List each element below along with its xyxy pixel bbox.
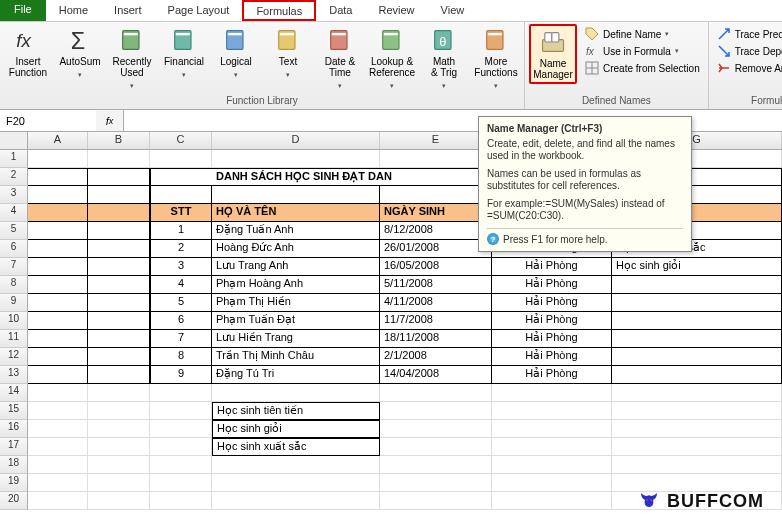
cell[interactable] [88,294,150,312]
remove-arrows-button[interactable]: Remove Arrows [713,60,782,76]
cell[interactable] [612,348,782,366]
col-header[interactable]: B [88,132,150,149]
trace-dependents-button[interactable]: Trace Dependents [713,43,782,59]
cell[interactable]: 2/1/2008 [380,348,492,366]
cell[interactable]: Phạm Hoàng Anh [212,276,380,294]
col-header[interactable]: D [212,132,380,149]
cell[interactable] [88,168,150,186]
cell[interactable] [150,384,212,402]
lookup-reference-button[interactable]: Lookup & Reference [368,24,416,93]
cell[interactable]: Hải Phòng [492,348,612,366]
cell[interactable] [88,150,150,168]
cell[interactable] [492,402,612,420]
cell[interactable] [380,150,492,168]
cell[interactable] [88,276,150,294]
col-header[interactable]: A [28,132,88,149]
cell[interactable] [28,384,88,402]
cell[interactable] [28,402,88,420]
cell[interactable]: Đặng Tuấn Anh [212,222,380,240]
cell[interactable] [28,330,88,348]
cell[interactable]: 14/04/2008 [380,366,492,384]
tab-formulas[interactable]: Formulas [242,0,316,21]
text-button[interactable]: Text [264,24,312,82]
cell[interactable] [28,492,88,510]
cell[interactable] [380,168,492,186]
row-header[interactable]: 13 [0,366,28,384]
cell[interactable] [28,420,88,438]
row-header[interactable]: 18 [0,456,28,474]
row-header[interactable]: 17 [0,438,28,456]
cell[interactable]: Hải Phòng [492,258,612,276]
row-header[interactable]: 19 [0,474,28,492]
cell[interactable] [150,402,212,420]
row-header[interactable]: 11 [0,330,28,348]
cell[interactable] [380,492,492,510]
cell[interactable]: Hải Phòng [492,294,612,312]
cell[interactable]: 18/11/2008 [380,330,492,348]
cell[interactable]: Trần Thị Minh Châu [212,348,380,366]
row-header[interactable]: 14 [0,384,28,402]
cell[interactable] [212,150,380,168]
cell[interactable] [212,492,380,510]
cell[interactable] [492,474,612,492]
cell[interactable] [612,402,782,420]
tab-view[interactable]: View [428,0,478,21]
row-header[interactable]: 15 [0,402,28,420]
fx-button[interactable]: fx [96,110,124,131]
cell[interactable] [492,384,612,402]
cell[interactable] [28,438,88,456]
row-header[interactable]: 4 [0,204,28,222]
cell[interactable] [28,240,88,258]
cell[interactable]: Phạm Thị Hiền [212,294,380,312]
cell[interactable] [88,186,150,204]
financial-button[interactable]: Financial [160,24,208,82]
tab-insert[interactable]: Insert [101,0,155,21]
cell[interactable] [88,240,150,258]
cell[interactable] [88,222,150,240]
cell[interactable] [380,384,492,402]
cell[interactable] [612,330,782,348]
math-trig-button[interactable]: θ Math & Trig [420,24,468,93]
row-header[interactable]: 9 [0,294,28,312]
cell[interactable]: 1 [150,222,212,240]
cell[interactable]: 16/05/2008 [380,258,492,276]
cell[interactable] [492,438,612,456]
cell[interactable]: Hải Phòng [492,366,612,384]
cell[interactable] [28,456,88,474]
cell[interactable] [88,492,150,510]
cell[interactable] [88,204,150,222]
cell[interactable]: 9 [150,366,212,384]
row-header[interactable]: 10 [0,312,28,330]
cell[interactable] [212,456,380,474]
cell[interactable] [28,366,88,384]
row-header[interactable]: 20 [0,492,28,510]
cell[interactable] [28,348,88,366]
cell[interactable]: 26/01/2008 [380,240,492,258]
cell[interactable] [612,366,782,384]
cell[interactable] [492,456,612,474]
name-manager-button[interactable]: Name Manager [529,24,577,84]
cell[interactable] [28,312,88,330]
cell[interactable]: 2 [150,240,212,258]
cell[interactable] [88,330,150,348]
cell[interactable] [28,168,88,186]
cell[interactable] [88,348,150,366]
cell[interactable] [150,420,212,438]
cell[interactable]: 4 [150,276,212,294]
cell[interactable]: NGÀY SINH [380,204,492,222]
cell[interactable]: 4/11/2008 [380,294,492,312]
tab-review[interactable]: Review [365,0,427,21]
create-from-selection-button[interactable]: Create from Selection [581,60,704,76]
cell[interactable]: Học sinh giỏi [612,258,782,276]
cell[interactable]: 8/12/2008 [380,222,492,240]
row-header[interactable]: 7 [0,258,28,276]
cell[interactable] [212,384,380,402]
cell[interactable]: HỌ VÀ TÊN [212,204,380,222]
tab-data[interactable]: Data [316,0,365,21]
cell[interactable] [28,276,88,294]
row-header[interactable]: 16 [0,420,28,438]
date-time-button[interactable]: Date & Time [316,24,364,93]
cell[interactable] [88,384,150,402]
file-tab[interactable]: File [0,0,46,21]
cell[interactable]: 8 [150,348,212,366]
